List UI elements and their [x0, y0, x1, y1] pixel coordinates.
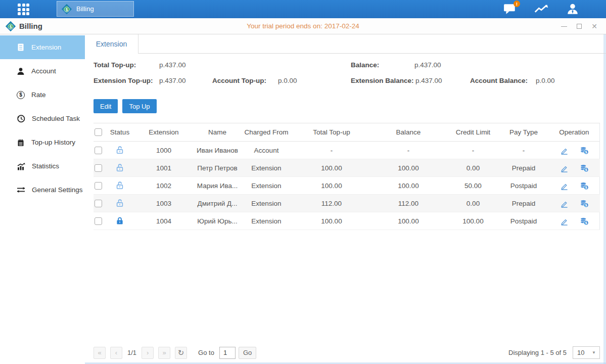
content-panel: Extension Total Top-up: p.437.00 Balance… — [85, 34, 606, 364]
taskbar-tab-label: Billing — [76, 5, 94, 13]
cell-name: Петр Петров — [196, 159, 239, 177]
close-icon[interactable]: ✕ — [591, 23, 598, 30]
apps-grid-icon[interactable] — [18, 4, 30, 15]
window-title: $ Billing — [7, 22, 42, 30]
line-chart-icon[interactable] — [534, 3, 548, 16]
cell-credit-limit: 0.00 — [447, 159, 499, 177]
unlock-icon — [115, 199, 124, 208]
table-header-row: Status Extension Name Charged From Total… — [94, 123, 600, 142]
table-row: 1001 Петр Петров Extension 100.00 100.00… — [94, 159, 600, 177]
cell-extension: 1004 — [132, 212, 196, 230]
goto-label: Go to — [198, 349, 214, 356]
cell-total-topup: - — [294, 142, 369, 159]
page-indicator: 1/1 — [127, 349, 136, 356]
row-checkbox[interactable] — [95, 200, 102, 207]
sidebar-item-general-settings[interactable]: General Settings — [0, 178, 85, 202]
next-page-button[interactable]: › — [142, 347, 154, 359]
coins-icon[interactable]: $ — [580, 146, 589, 155]
extension-table-body: 1000 Иван Иванов Account - - - - — [94, 142, 600, 230]
extension-balance-label: Extension Balance: — [351, 77, 414, 84]
cell-name: Иван Иванов — [196, 142, 239, 159]
cell-charged-from: Extension — [239, 195, 294, 212]
col-operation: Operation — [548, 123, 600, 142]
goto-page-input[interactable] — [219, 347, 236, 359]
sidebar-item-statistics[interactable]: Statistics — [0, 154, 85, 178]
rate-icon: $ — [17, 91, 25, 99]
coins-icon[interactable]: $ — [580, 217, 589, 225]
cell-extension: 1001 — [132, 159, 196, 177]
pagination-bar: « ‹ 1/1 › » ↻ Go to Go Displaying 1 - 5 … — [94, 346, 600, 359]
coins-icon[interactable]: $ — [580, 181, 589, 190]
sidebar-item-account[interactable]: Account — [0, 59, 85, 83]
pencil-icon[interactable] — [560, 164, 569, 172]
balance-value: p.437.00 — [414, 61, 441, 69]
coins-icon[interactable]: $ — [580, 199, 589, 208]
pencil-icon[interactable] — [560, 199, 569, 208]
cell-pay-type: Prepaid — [499, 159, 548, 177]
select-all-checkbox[interactable] — [95, 128, 102, 136]
row-checkbox[interactable] — [95, 147, 102, 154]
row-checkbox[interactable] — [95, 182, 102, 190]
taskbar-tab-billing[interactable]: $ Billing — [57, 1, 134, 17]
cell-balance: 100.00 — [369, 212, 447, 230]
maximize-icon[interactable] — [576, 23, 583, 30]
total-topup-value: p.437.00 — [159, 61, 186, 69]
svg-text:$: $ — [585, 203, 587, 207]
col-pay-type: Pay Type — [499, 123, 548, 142]
total-topup-label: Total Top-up: — [94, 61, 136, 69]
sidebar-item-scheduled-task[interactable]: Scheduled Task — [0, 107, 85, 130]
pencil-icon[interactable] — [560, 146, 569, 155]
cell-total-topup: 112.00 — [294, 195, 369, 212]
account-icon — [17, 67, 25, 75]
cell-charged-from: Account — [239, 142, 294, 159]
last-page-button[interactable]: » — [158, 347, 170, 359]
user-icon[interactable] — [566, 3, 580, 16]
cell-credit-limit: 100.00 — [447, 212, 499, 230]
go-button[interactable]: Go — [239, 347, 256, 359]
refresh-icon[interactable]: ↻ — [175, 347, 187, 359]
pencil-icon[interactable] — [560, 181, 569, 190]
coins-icon[interactable]: $ — [580, 164, 589, 172]
table-row: 1004 Юрий Юрь... Extension 100.00 100.00… — [94, 212, 600, 230]
svg-text:$: $ — [585, 221, 587, 225]
extension-topup-label: Extension Top-up: — [94, 77, 153, 84]
sidebar-item-topup-history[interactable]: Top-up History — [0, 130, 85, 154]
top-up-button[interactable]: Top Up — [122, 99, 156, 113]
cell-charged-from: Extension — [239, 159, 294, 177]
tab-strip: Extension — [85, 34, 606, 54]
cell-credit-limit: 0.00 — [447, 195, 499, 212]
cell-name: Юрий Юрь... — [196, 212, 239, 230]
extension-icon — [17, 43, 25, 52]
billing-logo-icon: $ — [6, 21, 16, 31]
cell-extension: 1000 — [132, 142, 196, 159]
cell-balance: - — [369, 142, 447, 159]
summary-stats: Total Top-up: p.437.00 Balance: p.437.00… — [85, 61, 606, 89]
displaying-text: Displaying 1 - 5 of 5 — [508, 349, 567, 356]
cell-balance: 100.00 — [369, 159, 447, 177]
table-row: 1000 Иван Иванов Account - - - - — [94, 142, 600, 159]
prev-page-button[interactable]: ‹ — [110, 347, 122, 359]
messages-icon[interactable]: ! — [503, 3, 517, 16]
cell-pay-type: - — [499, 142, 548, 159]
pencil-icon[interactable] — [560, 217, 569, 225]
cell-balance: 112.00 — [369, 195, 447, 212]
page-size-select[interactable]: 10 ▼ — [573, 346, 600, 359]
cell-pay-type: Postpaid — [499, 212, 548, 230]
unlock-icon — [115, 181, 124, 190]
sidebar-item-extension[interactable]: Extension — [0, 35, 85, 59]
first-page-button[interactable]: « — [94, 347, 106, 359]
sidebar-item-rate[interactable]: $ Rate — [0, 83, 85, 107]
edit-button[interactable]: Edit — [94, 99, 118, 113]
balance-label: Balance: — [351, 61, 379, 69]
tab-extension[interactable]: Extension — [85, 34, 138, 54]
top-bar: $ Billing ! — [0, 0, 606, 18]
row-checkbox[interactable] — [95, 217, 102, 225]
col-status: Status — [108, 123, 132, 142]
scheduled-task-icon — [17, 114, 25, 123]
svg-text:$: $ — [585, 168, 587, 172]
account-topup-label: Account Top-up: — [212, 77, 266, 84]
topup-history-icon — [17, 139, 25, 147]
minimize-icon[interactable] — [561, 23, 568, 30]
cell-credit-limit: 50.00 — [447, 177, 499, 195]
row-checkbox[interactable] — [95, 164, 102, 172]
